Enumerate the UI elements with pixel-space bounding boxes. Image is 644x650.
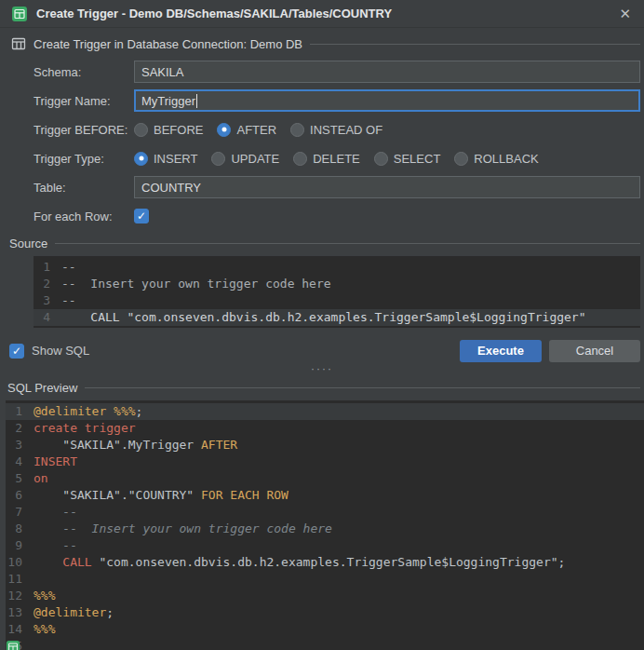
radio-option-update[interactable]: UPDATE: [211, 152, 279, 166]
code-text: [30, 571, 644, 588]
line-number: 11: [6, 571, 30, 588]
code-text: -- Insert your own trigger code here: [58, 276, 640, 292]
code-line[interactable]: 6 "SAKILA"."COUNTRY" FOR EACH ROW: [6, 487, 644, 504]
code-line[interactable]: 15: [6, 638, 644, 650]
trigger-type-radio-group: INSERTUPDATEDELETESELECTROLLBACK: [134, 152, 553, 166]
line-number: 9: [6, 537, 30, 554]
trigger-type-row: Trigger Type: INSERTUPDATEDELETESELECTRO…: [34, 147, 640, 169]
title-bar[interactable]: Create Trigger - Demo DB/Schemas/SAKILA/…: [0, 0, 644, 28]
radio-icon: [217, 123, 231, 137]
radio-option-after[interactable]: AFTER: [217, 123, 276, 137]
line-number: 1: [34, 259, 58, 276]
code-line[interactable]: 8 -- Insert your own trigger code here: [6, 521, 644, 537]
table-icon-bottom: [6, 640, 20, 650]
code-line[interactable]: 1@delimiter %%%;: [6, 403, 644, 420]
schema-value: SAKILA: [141, 65, 184, 79]
radio-option-select[interactable]: SELECT: [374, 152, 441, 166]
code-text: %%%: [30, 621, 644, 638]
for-each-row-label: For each Row:: [34, 210, 134, 223]
table-row: Table: COUNTRY: [34, 176, 640, 198]
trigger-before-label: Trigger BEFORE:: [34, 123, 134, 137]
schema-input[interactable]: SAKILA: [134, 61, 640, 83]
close-icon[interactable]: ✕: [617, 6, 633, 22]
table-input[interactable]: COUNTRY: [134, 176, 640, 198]
code-line[interactable]: 14%%%: [6, 621, 644, 638]
text-caret: [196, 94, 197, 108]
code-line[interactable]: 1--: [34, 259, 640, 276]
code-line[interactable]: 2-- Insert your own trigger code here: [34, 276, 640, 292]
line-number: 10: [6, 554, 30, 571]
trigger-name-row: Trigger Name: MyTrigger: [34, 89, 640, 112]
radio-option-rollback[interactable]: ROLLBACK: [454, 152, 538, 166]
code-line[interactable]: 4 CALL "com.onseven.dbvis.db.h2.examples…: [34, 309, 640, 326]
radio-option-before[interactable]: BEFORE: [134, 123, 203, 137]
radio-option-instead-of[interactable]: INSTEAD OF: [290, 123, 382, 137]
radio-icon: [134, 152, 148, 166]
line-number: 2: [34, 276, 58, 292]
code-text: INSERT: [30, 454, 644, 470]
sql-preview-label: SQL Preview: [7, 381, 77, 395]
code-line[interactable]: 13@delimiter;: [6, 604, 644, 621]
code-text: [30, 638, 644, 650]
code-text: @delimiter %%%;: [30, 403, 644, 420]
for-each-row-checkbox[interactable]: ✓: [134, 209, 149, 223]
code-text: create trigger: [30, 420, 644, 437]
source-section-header: Source: [0, 227, 644, 254]
execute-button[interactable]: Execute: [460, 340, 542, 362]
source-label: Source: [9, 237, 47, 251]
action-bar: ✓ Show SQL Execute Cancel: [0, 328, 644, 362]
radio-label: DELETE: [313, 152, 360, 166]
radio-label: INSERT: [154, 152, 197, 166]
code-text: --: [58, 292, 640, 309]
trigger-form: Schema: SAKILA Trigger Name: MyTrigger T…: [0, 55, 644, 227]
show-sql-checkbox[interactable]: ✓: [9, 344, 24, 359]
radio-option-insert[interactable]: INSERT: [134, 152, 197, 166]
code-line[interactable]: 10 CALL "com.onseven.dbvis.db.h2.example…: [6, 554, 644, 571]
radio-icon: [134, 123, 148, 137]
sql-preview-editor[interactable]: 1@delimiter %%%;2create trigger3 "SAKILA…: [6, 400, 644, 650]
schema-row: Schema: SAKILA: [34, 61, 640, 83]
radio-icon: [293, 152, 307, 166]
trigger-name-input[interactable]: MyTrigger: [134, 89, 640, 112]
sql-preview-section-header: SQL Preview: [0, 375, 644, 399]
splitter-handle[interactable]: ····: [0, 362, 644, 376]
source-code-editor[interactable]: 1--2-- Insert your own trigger code here…: [34, 256, 640, 328]
line-number: 4: [34, 309, 58, 326]
line-number: 12: [6, 588, 30, 604]
code-line[interactable]: 3 "SAKILA".MyTrigger AFTER: [6, 437, 644, 454]
show-sql-label[interactable]: Show SQL: [32, 344, 89, 358]
code-line[interactable]: 2create trigger: [6, 420, 644, 437]
code-text: "SAKILA".MyTrigger AFTER: [30, 437, 644, 454]
code-line[interactable]: 12%%%: [6, 588, 644, 604]
line-number: 6: [6, 487, 30, 504]
radio-label: AFTER: [236, 123, 276, 137]
code-line[interactable]: 9 --: [6, 537, 644, 554]
code-line[interactable]: 11: [6, 571, 644, 588]
cancel-button[interactable]: Cancel: [549, 340, 640, 362]
radio-option-delete[interactable]: DELETE: [293, 152, 360, 166]
code-text: CALL "com.onseven.dbvis.db.h2.examples.T…: [30, 554, 644, 571]
code-text: --: [58, 259, 640, 276]
divider: [85, 387, 640, 388]
line-number: 1: [6, 403, 30, 420]
code-line[interactable]: 7 --: [6, 504, 644, 521]
code-text: on: [30, 470, 644, 487]
code-text: -- Insert your own trigger code here: [30, 521, 644, 537]
code-line[interactable]: 5on: [6, 470, 644, 487]
trigger-before-radio-group: BEFOREAFTERINSTEAD OF: [134, 123, 396, 137]
schema-label: Schema:: [34, 65, 134, 79]
code-line[interactable]: 3--: [34, 292, 640, 309]
splitter-dots: ····: [311, 362, 333, 375]
line-number: 5: [6, 470, 30, 487]
table-label: Table:: [34, 181, 134, 195]
group-header: Create Trigger in Database Connection: D…: [0, 28, 644, 55]
code-line[interactable]: 4INSERT: [6, 454, 644, 470]
divider: [310, 44, 640, 45]
trigger-name-label: Trigger Name:: [34, 94, 134, 108]
code-text: --: [30, 504, 644, 521]
code-text: %%%: [30, 588, 644, 604]
radio-label: INSTEAD OF: [310, 123, 382, 137]
radio-label: SELECT: [394, 152, 441, 166]
table-value: COUNTRY: [141, 181, 201, 195]
divider: [55, 243, 640, 244]
